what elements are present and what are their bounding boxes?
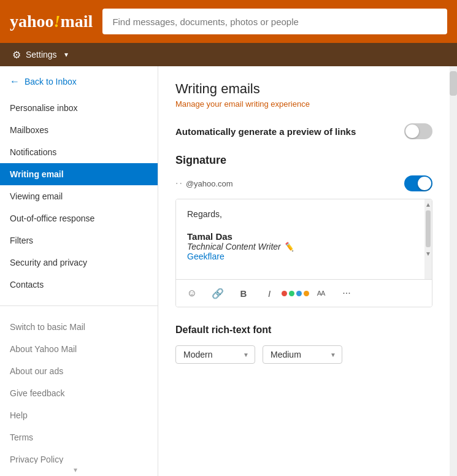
auto-preview-label: Automatically generate a preview of link… [175, 126, 356, 137]
color-dot-green [289, 291, 294, 296]
sig-toolbar: ☺ 🔗 B I AA ··· [176, 279, 432, 307]
font-dropdowns: Modern Arial Georgia Courier Medium Smal… [175, 345, 432, 364]
gear-icon: ⚙ [12, 49, 21, 61]
default-font-title: Default rich-text font [175, 324, 432, 336]
sidebar-item-terms[interactable]: Terms [0, 426, 158, 448]
sidebar-item-mailboxes[interactable]: Mailboxes [0, 119, 158, 141]
sidebar-item-help[interactable]: Help [0, 404, 158, 426]
sidebar-item-give-feedback[interactable]: Give feedback [0, 382, 158, 404]
sidebar-item-about-ads[interactable]: About our ads [0, 360, 158, 382]
search-input[interactable] [102, 9, 447, 34]
font-size-wrapper: Medium Small Large [263, 345, 342, 364]
sidebar-item-switch-basic[interactable]: Switch to basic Mail [0, 316, 158, 338]
emoji-button[interactable]: ☺ [183, 285, 201, 302]
sig-name: Tamal Das [187, 231, 421, 242]
content-scrollbar-thumb [450, 71, 457, 96]
signature-dots: ·· [175, 178, 183, 189]
font-family-select[interactable]: Modern Arial Georgia Courier [175, 345, 255, 364]
sig-scroll-up[interactable]: ▲ [424, 199, 432, 209]
link-button[interactable]: 🔗 [209, 285, 226, 302]
sidebar-divider [0, 305, 158, 306]
sidebar-item-security-privacy[interactable]: Security and privacy [0, 251, 158, 274]
sidebar-footer-nav: Switch to basic Mail About Yahoo Mail Ab… [0, 313, 158, 473]
signature-toggle[interactable] [404, 175, 432, 191]
back-to-inbox-button[interactable]: ← Back to Inbox [0, 66, 158, 94]
signature-editor: Regards, Tamal Das Technical Content Wri… [175, 199, 432, 307]
back-arrow-icon: ← [10, 76, 20, 87]
page-title: Writing emails [175, 81, 432, 97]
sig-role: Technical Content Writer ✏️ [187, 242, 421, 251]
more-button[interactable]: ··· [338, 285, 355, 302]
sidebar-item-writing-email[interactable]: Writing email [0, 163, 158, 185]
signature-email: ·· @yahoo.com [175, 178, 233, 189]
auto-preview-toggle[interactable] [404, 123, 432, 139]
settings-tab[interactable]: ⚙ Settings ▾ [0, 43, 80, 66]
content-scrollbar[interactable] [450, 66, 457, 476]
color-dot-blue [296, 291, 302, 296]
yahoo-mail-logo: yahoo!mail [10, 12, 93, 31]
settings-bar: ⚙ Settings ▾ [0, 43, 457, 66]
header: yahoo!mail [0, 0, 457, 43]
page-subtitle: Manage your email writing experience [175, 99, 432, 109]
font-size-select[interactable]: Medium Small Large [263, 345, 342, 364]
sig-scroll-thumb [426, 210, 431, 247]
content-area: Writing emails Manage your email writing… [158, 66, 450, 476]
chevron-down-icon: ▾ [64, 50, 68, 59]
auto-preview-setting: Automatically generate a preview of link… [175, 123, 432, 139]
color-dot-yellow [304, 291, 309, 296]
color-button[interactable] [286, 285, 304, 302]
settings-label: Settings [26, 50, 57, 60]
back-to-inbox-label: Back to Inbox [25, 77, 77, 86]
toggle-knob [405, 125, 419, 138]
sidebar-scroll-bottom: ▾ [0, 464, 150, 476]
sidebar-item-contacts[interactable]: Contacts [0, 274, 158, 296]
sig-regards: Regards, [187, 209, 421, 219]
signature-section-title: Signature [175, 154, 432, 167]
color-dots [282, 291, 309, 296]
color-dot-red [282, 291, 287, 296]
sidebar-item-notifications[interactable]: Notifications [0, 141, 158, 163]
sidebar-item-personalise-inbox[interactable]: Personalise inbox [0, 97, 158, 119]
main-layout: ← Back to Inbox Personalise inbox Mailbo… [0, 66, 457, 476]
sidebar: ← Back to Inbox Personalise inbox Mailbo… [0, 66, 158, 476]
sidebar-nav: Personalise inbox Mailboxes Notification… [0, 94, 158, 298]
signature-email-suffix: @yahoo.com [186, 179, 233, 188]
signature-content: Regards, Tamal Das Technical Content Wri… [176, 199, 432, 279]
scroll-down-indicator: ▾ [74, 466, 77, 474]
signature-toggle-knob [418, 177, 431, 190]
bold-button[interactable]: B [235, 285, 252, 302]
sidebar-item-out-of-office[interactable]: Out-of-office response [0, 207, 158, 229]
sidebar-item-filters[interactable]: Filters [0, 229, 158, 251]
sig-scroll: ▲ ▼ [424, 199, 432, 279]
sidebar-item-about-yahoo[interactable]: About Yahoo Mail [0, 338, 158, 360]
sig-scroll-down[interactable]: ▼ [424, 248, 432, 258]
font-family-wrapper: Modern Arial Georgia Courier [175, 345, 255, 364]
sig-link[interactable]: Geekflare [187, 251, 421, 261]
font-size-icon: AA [317, 290, 325, 297]
italic-button[interactable]: I [261, 285, 278, 302]
signature-row: ·· @yahoo.com [175, 175, 432, 191]
sidebar-item-viewing-email[interactable]: Viewing email [0, 185, 158, 207]
font-size-button[interactable]: AA [312, 285, 329, 302]
